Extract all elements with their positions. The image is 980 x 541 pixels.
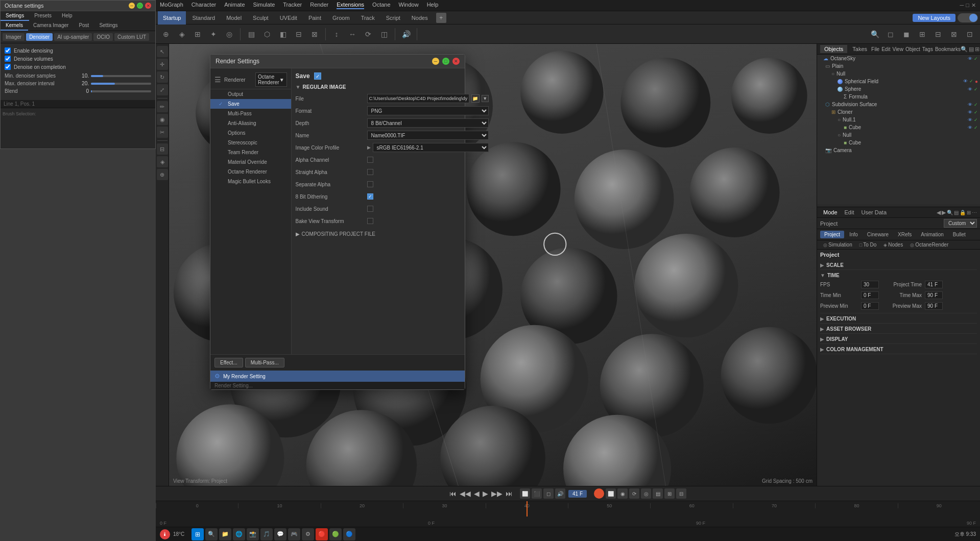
tool-icon-6[interactable]: ▤ [244, 27, 258, 41]
layout-tab-standard[interactable]: Standard [187, 11, 220, 24]
taskbar-windows-icon[interactable]: ⊞ [192, 528, 204, 540]
record-btn[interactable] [594, 488, 604, 499]
obj-cloner[interactable]: ⊞ Cloner 👁 ✓ [829, 108, 980, 116]
attr-navtab-animation[interactable]: Animation [917, 231, 947, 238]
pb-goto-start-btn[interactable]: ⏮ [449, 489, 457, 498]
save-checkbox[interactable]: ✓ [314, 72, 321, 80]
attr-tab-edit[interactable]: Edit [842, 208, 857, 216]
layout-tab-startup[interactable]: Startup [158, 11, 186, 24]
tool-icon-11[interactable]: ↕ [329, 27, 344, 41]
weather-icon[interactable]: 🌡 [160, 529, 170, 539]
obj-camera[interactable]: 📷 Camera [823, 146, 980, 154]
right-panel-icon-6[interactable]: ⊡ [963, 27, 977, 41]
obj-octanesky-eye[interactable]: 👁 [968, 56, 972, 61]
octane-left-tab-settings[interactable]: Settings [94, 21, 123, 31]
ltool-scale[interactable]: ⤢ [157, 84, 168, 95]
ltool-knife[interactable]: ✂ [157, 127, 168, 138]
ltool-mirror[interactable]: ⊟ [157, 143, 168, 155]
menu-character[interactable]: Character [192, 2, 216, 9]
tool-icon-5[interactable]: ◎ [222, 27, 236, 41]
attr-nav-back-icon[interactable]: ◀ [937, 209, 941, 216]
depth-select[interactable]: 8 Bit/Channel [367, 118, 489, 128]
tab-takes[interactable]: Takes [848, 45, 871, 53]
octane-left-tab-kernels[interactable]: Kernels [1, 21, 28, 31]
sidebar-item-antialiasing[interactable]: Anti-Aliasing [210, 118, 291, 128]
obj-extra-icon1[interactable]: ▤ [969, 46, 974, 53]
sidebar-item-materialoverride[interactable]: Material Override [210, 157, 291, 167]
menu-tracker[interactable]: Tracker [283, 2, 302, 9]
obj-null2[interactable]: ○ Null.1 👁 ✓ [835, 116, 980, 124]
max-denoiser-slider[interactable] [91, 83, 151, 85]
octane-minimize-btn[interactable]: ─ [129, 3, 135, 9]
attr-tab-mode[interactable]: Mode [820, 208, 841, 216]
extra-btn-6[interactable]: ▤ [653, 488, 663, 499]
time-toggle[interactable]: ▼ TIME [820, 271, 977, 280]
obj-cloner-eye[interactable]: 👁 [968, 110, 972, 115]
asset-browser-toggle[interactable]: ▶ ASSET BROWSER [820, 325, 977, 333]
pb-play-reverse-btn[interactable]: ◀ [474, 489, 480, 498]
pb-mode-1[interactable]: ⬜ [520, 488, 530, 499]
project-time-value[interactable]: 41 F [925, 281, 943, 288]
obj-cube1[interactable]: ■ Cube 👁 ✓ [842, 124, 980, 131]
taskbar-app1[interactable]: 📁 [219, 528, 231, 540]
tool-icon-15[interactable]: 🔊 [399, 27, 413, 41]
taskbar-app4[interactable]: 🎵 [260, 528, 273, 540]
obj-sphere[interactable]: Sphere 👁 ✓ [835, 85, 980, 93]
file-options-btn[interactable]: ▼ [482, 95, 489, 102]
straight-alpha-checkbox[interactable] [367, 169, 373, 175]
attr-navtab-bullet[interactable]: Bullet [949, 231, 970, 238]
layout-tab-track[interactable]: Track [356, 11, 380, 24]
extra-btn-5[interactable]: ◎ [641, 488, 651, 499]
sidebar-hamburger-icon[interactable]: ☰ [214, 76, 221, 84]
blend-slider[interactable] [91, 90, 151, 92]
menu-extensions[interactable]: Extensions [337, 2, 364, 9]
attr-subtab-todo[interactable]: □To Do [856, 241, 880, 248]
render-setting-row[interactable]: ⚙ My Render Setting [210, 371, 465, 382]
menu-mograph[interactable]: MoGraph [160, 2, 183, 9]
right-panel-icon-5[interactable]: ⊠ [947, 27, 961, 41]
tool-icon-8[interactable]: ◧ [276, 27, 290, 41]
obj-search-icon[interactable]: 🔍 [961, 46, 968, 53]
obj-cloner-check[interactable]: ✓ [974, 110, 978, 115]
right-panel-icon-3[interactable]: ⊞ [915, 27, 929, 41]
pb-play-btn[interactable]: ▶ [483, 489, 488, 498]
preview-min-value[interactable]: 0 F [861, 302, 879, 310]
tool-icon-9[interactable]: ⊟ [292, 27, 306, 41]
fps-value[interactable]: 30 [861, 281, 879, 288]
menu-octane[interactable]: Octane [372, 2, 390, 9]
attr-tab-userdata[interactable]: User Data [858, 208, 890, 216]
min-denoiser-slider[interactable] [91, 75, 151, 77]
obj-menu-view[interactable]: View [892, 46, 903, 52]
layout-tab-paint[interactable]: Paint [303, 11, 326, 24]
pb-mode-4[interactable]: 🔊 [555, 488, 565, 499]
obj-spherical-eye[interactable]: 👁 [963, 79, 968, 84]
right-panel-icon-4[interactable]: ⊟ [931, 27, 945, 41]
icp-select[interactable]: sRGB IEC61966-2.1 [373, 143, 489, 152]
time-min-value[interactable]: 0 F [861, 291, 879, 299]
denoise-completion-checkbox[interactable] [5, 64, 11, 70]
taskbar-app8[interactable]: 🔴 [316, 528, 328, 540]
menu-help[interactable]: Help [427, 2, 439, 9]
preview-max-value[interactable]: 90 F [925, 302, 943, 310]
extra-btn-8[interactable]: ⊟ [676, 488, 686, 499]
cam-tab-imager[interactable]: Imager [3, 33, 25, 41]
regular-image-toggle[interactable]: ▼ REGULAR IMAGE [296, 83, 489, 91]
attr-navtab-xrefs[interactable]: XRefs [894, 231, 916, 238]
tool-icon-10[interactable]: ⊠ [307, 27, 322, 41]
menu-window[interactable]: Window [399, 2, 419, 9]
obj-cube1-eye[interactable]: 👁 [968, 125, 972, 130]
octane-tab-help[interactable]: Help [57, 11, 78, 21]
octane-close-btn[interactable]: ✕ [145, 3, 151, 9]
octane-tab-presets[interactable]: Presets [29, 11, 57, 21]
sidebar-item-save[interactable]: Save [210, 99, 291, 109]
format-select[interactable]: PNG [367, 106, 489, 115]
effect-btn[interactable]: Effect... [214, 358, 243, 367]
menu-simulate[interactable]: Simulate [253, 2, 275, 9]
taskbar-app10[interactable]: 🔵 [343, 528, 355, 540]
taskbar-app6[interactable]: 🎮 [288, 528, 300, 540]
layout-tab-nodes[interactable]: Nodes [407, 11, 433, 24]
octane-left-tab-cameraimager[interactable]: Camera Imager [28, 21, 74, 31]
scale-toggle[interactable]: ▶ SCALE [820, 261, 977, 269]
cam-tab-ocio[interactable]: OCIO [93, 33, 113, 41]
sidebar-item-magicbullet[interactable]: Magic Bullet Looks [210, 177, 291, 186]
